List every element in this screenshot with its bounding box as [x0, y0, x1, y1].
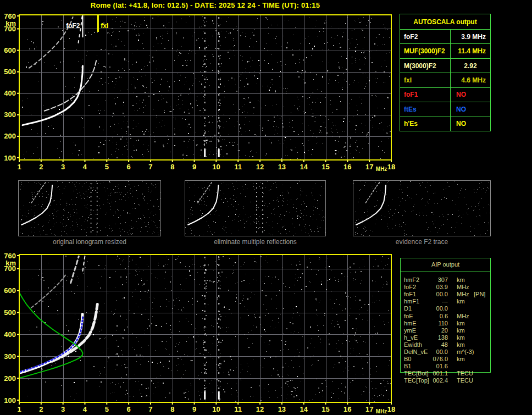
bottom-ionogram-chart: 760700600500400300200100km12345678910111… — [0, 253, 402, 415]
thumbnail-f2-hook — [356, 185, 386, 225]
autoscala-row-M(3000)F2: M(3000)F22.92 — [400, 59, 490, 73]
parameter-unit: km — [457, 356, 465, 363]
thumbnail-f2-hook — [188, 185, 218, 225]
x-tick-label: 5 — [105, 405, 109, 413]
parameter-value: 307 — [417, 276, 448, 284]
parameter-value: 001.1 — [417, 370, 448, 377]
parameter-label: ymE — [404, 327, 416, 334]
parameter-label: foE — [404, 313, 413, 320]
y-tick-label: 400 — [4, 89, 16, 97]
x-tick-label: 12 — [256, 405, 264, 413]
parameter-unit: km — [457, 276, 465, 284]
parameter-value: NO — [451, 88, 490, 102]
x-tick-label: 4 — [83, 163, 87, 171]
parameter-unit: km — [457, 320, 465, 327]
x-tick-label: 5 — [105, 163, 109, 171]
thumbnail-caption: evidence F2 trace — [353, 238, 491, 246]
marker-label-fxI: fxI — [101, 22, 108, 30]
autoscala-row-foF2: foF23.9 MHz — [400, 30, 490, 44]
thumbnail-second-hop — [198, 181, 213, 203]
x-tick-label: 11 — [234, 163, 242, 171]
x-tick-label: 10 — [212, 163, 220, 171]
autoscala-screen: { "title": "Rome (lat: +41.8, lon: 012.5… — [0, 0, 532, 415]
x-axis-unit: MHz — [376, 166, 387, 172]
parameter-label: M(3000)F2 — [400, 59, 451, 73]
x-tick-label: 18 — [387, 163, 395, 171]
thumbnail-eliminate-reflections — [185, 180, 326, 236]
y-tick-label: 600 — [4, 46, 16, 54]
x-tick-label: 2 — [39, 405, 43, 413]
top-ionogram-svg: foF2fxI760700600500400300200100km1234567… — [0, 14, 402, 176]
aip-row-B0: B0076.0km — [401, 356, 490, 363]
x-tick-label: 16 — [343, 405, 351, 413]
autoscala-row-ftEs: ftEsNO — [400, 102, 490, 117]
thumbnail-svg — [19, 181, 160, 236]
aip-output-table: AIP output hmF2307kmfoF203.9MHzfoF100.0M… — [400, 258, 491, 373]
parameter-value: 20 — [417, 327, 448, 334]
parameter-label: D1 — [404, 305, 412, 312]
bottom-ionogram-svg: 760700600500400300200100km12345678910111… — [0, 253, 402, 415]
parameter-label: ftEs — [400, 102, 451, 116]
marker-foF2: foF2 — [66, 15, 82, 37]
series-top-echo-dashes — [79, 17, 82, 43]
y-tick-label: 100 — [4, 154, 16, 162]
parameter-unit: TECU — [457, 377, 473, 384]
x-tick-label: 1 — [17, 405, 21, 413]
aip-row-foF2: foF203.9MHz — [401, 284, 490, 291]
series-F2-X-trace — [45, 60, 96, 111]
parameter-label: foF1 — [404, 291, 416, 298]
parameter-value: NO — [451, 117, 490, 131]
aip-row-hmE: hmE110km — [401, 320, 490, 327]
parameter-unit: km — [457, 298, 465, 305]
x-tick-label: 3 — [61, 405, 65, 413]
parameter-value: 0.6 — [417, 313, 448, 320]
y-axis-unit: km — [5, 19, 16, 27]
aip-row-foE: foE0.6MHz — [401, 313, 490, 320]
y-tick-label: 300 — [4, 352, 16, 361]
y-tick-label: 600 — [4, 286, 16, 295]
thumbnail-f2-hook — [21, 185, 52, 225]
thumbnail-svg — [353, 181, 490, 236]
parameter-value: NO — [451, 102, 490, 116]
y-tick-label: 200 — [4, 132, 16, 140]
parameter-unit: km — [457, 334, 465, 341]
aip-row-DelN_vE: DelN_vE00.0m^(-3) — [401, 348, 490, 356]
x-tick-label: 10 — [212, 405, 220, 413]
parameter-label: h_vE — [404, 334, 418, 341]
thumbnail-second-hop — [365, 181, 380, 203]
top-ionogram-chart: foF2fxI760700600500400300200100km1234567… — [0, 14, 402, 176]
x-tick-label: 6 — [127, 405, 131, 413]
parameter-label: fxI — [400, 73, 451, 87]
parameter-value: 00.0 — [417, 305, 448, 312]
parameter-value: 48 — [417, 341, 448, 348]
parameter-label: hmE — [404, 320, 417, 327]
x-tick-label: 9 — [192, 405, 196, 413]
x-tick-label: 13 — [278, 405, 286, 413]
autoscala-row-MUF(3000)F2: MUF(3000)F211.4 MHz — [400, 44, 490, 58]
x-tick-label: 16 — [343, 163, 351, 171]
parameter-value: 01.6 — [417, 363, 448, 370]
x-tick-label: 3 — [61, 163, 65, 171]
x-tick-label: 6 — [127, 163, 131, 171]
thumbnail-original-ionogram — [18, 180, 161, 236]
background-noise — [22, 16, 391, 159]
aip-row-ymE: ymE20km — [401, 327, 490, 334]
parameter-value: 11.4 MHz — [451, 44, 490, 58]
x-tick-label: 15 — [322, 405, 329, 413]
x-tick-label: 7 — [148, 163, 152, 171]
y-axis-unit: km — [5, 259, 16, 267]
parameter-label: B0 — [404, 356, 411, 363]
aip-row-TEC[Bot]: TEC[Bot]001.1TECU — [401, 370, 490, 377]
thumbnail-noise — [353, 181, 490, 236]
aip-row-TEC[Top]: TEC[Top]002.4TECU — [401, 377, 490, 384]
thumbnail-caption: original ionogram resized — [18, 238, 161, 246]
series-top-echo-dashes-2 — [83, 256, 85, 271]
x-tick-label: 18 — [387, 405, 395, 413]
x-tick-label: 15 — [322, 163, 329, 171]
autoscala-table-header: AUTOSCALA output — [400, 14, 490, 30]
y-tick-label: 100 — [4, 396, 16, 405]
thumbnail-evidence-f2-trace — [353, 180, 491, 236]
x-tick-label: 12 — [256, 163, 264, 171]
x-axis-unit: MHz — [376, 408, 387, 414]
x-tick-label: 13 — [278, 163, 286, 171]
